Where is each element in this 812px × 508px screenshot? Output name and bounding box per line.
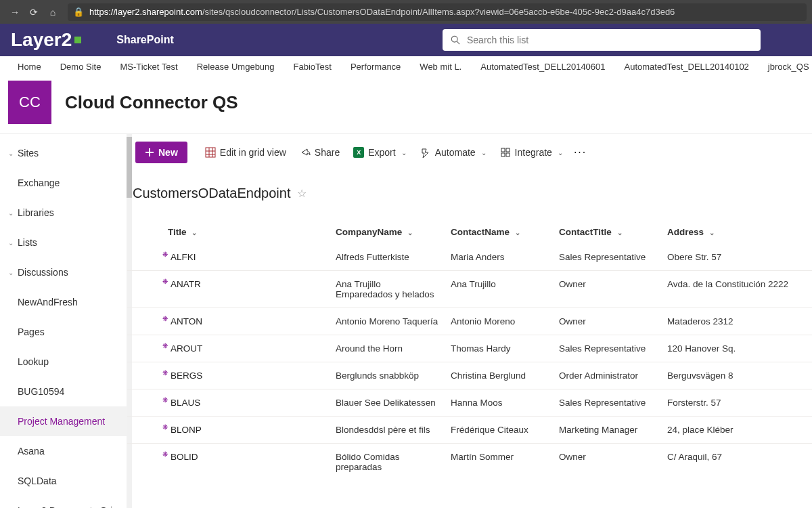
- table-cell: Antonio Moreno Taquería: [330, 308, 445, 335]
- table-row[interactable]: ❋BLAUSBlauer See DelikatessenHanna MoosS…: [127, 389, 812, 417]
- hub-nav-item[interactable]: FabioTest: [284, 62, 341, 72]
- hub-nav-item[interactable]: Demo Site: [51, 62, 111, 72]
- hub-nav-item[interactable]: AutomatedTest_DELL20140102: [615, 62, 759, 72]
- table-row[interactable]: ❋BOLIDBólido Comidas preparadasMartín So…: [127, 444, 812, 481]
- left-nav-item[interactable]: ⌄Lookup: [0, 347, 127, 377]
- share-button[interactable]: Share: [293, 147, 346, 158]
- left-nav-item[interactable]: ⌄Lists: [0, 228, 127, 257]
- site-title[interactable]: Cloud Connector QS: [65, 92, 238, 113]
- table-cell: Avda. de la Constitución 2222: [662, 271, 812, 308]
- automate-button[interactable]: Automate ⌄: [413, 147, 493, 158]
- left-nav-item[interactable]: ⌄Discussions: [0, 257, 127, 287]
- list-title: CustomersODataEndpoint: [133, 186, 290, 201]
- table-cell: Around the Horn: [330, 335, 445, 362]
- search-box[interactable]: [443, 29, 761, 51]
- browser-url-field[interactable]: 🔒 https://layer2.sharepoint.com/sites/qs…: [68, 3, 807, 21]
- hub-nav-item[interactable]: AutomatedTest_DELL20140601: [471, 62, 614, 72]
- table-cell: Berguvsvägen 8: [662, 362, 812, 389]
- left-nav-item[interactable]: ⌄Sites: [0, 138, 127, 168]
- hub-nav-item[interactable]: Release Umgebung: [187, 62, 284, 72]
- table-row[interactable]: ❋ALFKIAlfreds FutterkisteMaria AndersSal…: [127, 244, 812, 271]
- chevron-down-icon: ⌄: [617, 229, 623, 236]
- left-nav-item[interactable]: ⌄BUG10594: [0, 377, 127, 406]
- table-cell: Owner: [554, 308, 662, 335]
- table-cell: Obere Str. 57: [662, 244, 812, 271]
- left-nav-item[interactable]: ⌄Layer2 Documents Ori…: [0, 496, 127, 508]
- plus-icon: [145, 148, 154, 157]
- left-nav-label: Libraries: [18, 207, 54, 218]
- item-title-link[interactable]: BLAUS: [171, 398, 200, 408]
- item-title-link[interactable]: BERGS: [171, 371, 202, 381]
- hub-nav-item[interactable]: jbrock_QS: [759, 62, 812, 72]
- table-cell: Sales Representative: [554, 335, 662, 362]
- favorite-star-icon[interactable]: ☆: [297, 187, 307, 200]
- hub-nav-item[interactable]: MS-Ticket Test: [110, 62, 187, 72]
- browser-forward-button[interactable]: →: [5, 7, 24, 18]
- svg-point-0: [451, 36, 457, 42]
- table-row[interactable]: ❋BERGSBerglunds snabbköpChristina Berglu…: [127, 362, 812, 389]
- chevron-down-icon: ⌄: [401, 149, 407, 156]
- integrate-button[interactable]: Integrate ⌄: [493, 147, 570, 158]
- more-commands-button[interactable]: ···: [574, 146, 587, 158]
- table-row[interactable]: ❋ANATRAna Trujillo Emparedados y helados…: [127, 271, 812, 308]
- site-logo[interactable]: CC: [8, 81, 51, 124]
- table-cell[interactable]: ❋ANATR: [127, 271, 330, 308]
- column-header[interactable]: Title ⌄: [127, 220, 330, 244]
- item-title-link[interactable]: BLONP: [171, 425, 202, 435]
- hub-nav-item[interactable]: Web mit L.: [410, 62, 471, 72]
- hub-nav-item[interactable]: Home: [8, 62, 51, 72]
- item-title-link[interactable]: AROUT: [171, 343, 202, 354]
- left-nav-item[interactable]: ⌄SQLData: [0, 466, 127, 496]
- table-cell[interactable]: ❋BLONP: [127, 417, 330, 444]
- column-header[interactable]: CompanyName ⌄: [330, 220, 445, 244]
- left-nav-item[interactable]: ⌄Pages: [0, 317, 127, 347]
- tenant-logo[interactable]: Layer2: [11, 29, 81, 51]
- left-nav-item[interactable]: ⌄Exchange: [0, 168, 127, 198]
- table-cell: Sales Representative: [554, 244, 662, 271]
- table-row[interactable]: ❋AROUTAround the HornThomas HardySales R…: [127, 335, 812, 362]
- chevron-down-icon: ⌄: [407, 229, 413, 236]
- left-nav-item[interactable]: ⌄Libraries: [0, 198, 127, 228]
- item-title-link[interactable]: ANTON: [171, 316, 202, 326]
- search-icon: [451, 35, 460, 45]
- hub-nav-item[interactable]: Performance: [341, 62, 410, 72]
- table-cell[interactable]: ❋ALFKI: [127, 244, 330, 271]
- edit-grid-button[interactable]: Edit in grid view: [198, 147, 293, 158]
- chevron-down-icon: ⌄: [8, 209, 15, 217]
- column-header[interactable]: ContactName ⌄: [445, 220, 554, 244]
- new-item-indicator-icon: ❋: [162, 398, 168, 403]
- column-header-label: Address: [667, 227, 704, 237]
- table-cell[interactable]: ❋ANTON: [127, 308, 330, 335]
- table-cell[interactable]: ❋BOLID: [127, 444, 330, 481]
- item-title-link[interactable]: ANATR: [171, 279, 201, 289]
- table-row[interactable]: ❋BLONPBlondesddsl père et filsFrédérique…: [127, 417, 812, 444]
- table-cell[interactable]: ❋BERGS: [127, 362, 330, 389]
- left-nav-item[interactable]: ⌄Project Management: [0, 406, 127, 436]
- suite-bar: Layer2 SharePoint: [0, 24, 812, 56]
- column-header[interactable]: Address ⌄: [662, 220, 812, 244]
- left-nav-item[interactable]: ⌄Asana: [0, 436, 127, 466]
- new-button[interactable]: New: [135, 142, 187, 163]
- table-row[interactable]: ❋ANTONAntonio Moreno TaqueríaAntonio Mor…: [127, 308, 812, 335]
- main-content: New Edit in grid view Share X Export ⌄ A…: [127, 134, 812, 508]
- product-name[interactable]: SharePoint: [116, 34, 173, 46]
- edit-grid-label: Edit in grid view: [220, 147, 286, 158]
- automate-icon: [420, 147, 431, 158]
- table-cell[interactable]: ❋AROUT: [127, 335, 330, 362]
- export-button[interactable]: X Export ⌄: [346, 147, 413, 158]
- browser-home-button[interactable]: ⌂: [43, 7, 62, 18]
- column-header[interactable]: ContactTitle ⌄: [554, 220, 662, 244]
- new-button-label: New: [158, 147, 178, 158]
- table-cell: Ana Trujillo Emparedados y helados: [330, 271, 445, 308]
- item-title-link[interactable]: ALFKI: [171, 252, 196, 262]
- browser-refresh-button[interactable]: ⟳: [24, 7, 43, 18]
- column-header-label: ContactName: [451, 227, 510, 237]
- item-title-link[interactable]: BOLID: [171, 452, 198, 462]
- new-item-indicator-icon: ❋: [162, 452, 168, 457]
- left-nav-item[interactable]: ⌄NewAndFresh: [0, 287, 127, 317]
- chevron-down-icon: ⌄: [558, 149, 563, 156]
- table-cell[interactable]: ❋BLAUS: [127, 389, 330, 417]
- table-cell: Sales Representative: [554, 389, 662, 417]
- tenant-logo-text: Layer2: [11, 29, 72, 51]
- search-input[interactable]: [467, 35, 752, 45]
